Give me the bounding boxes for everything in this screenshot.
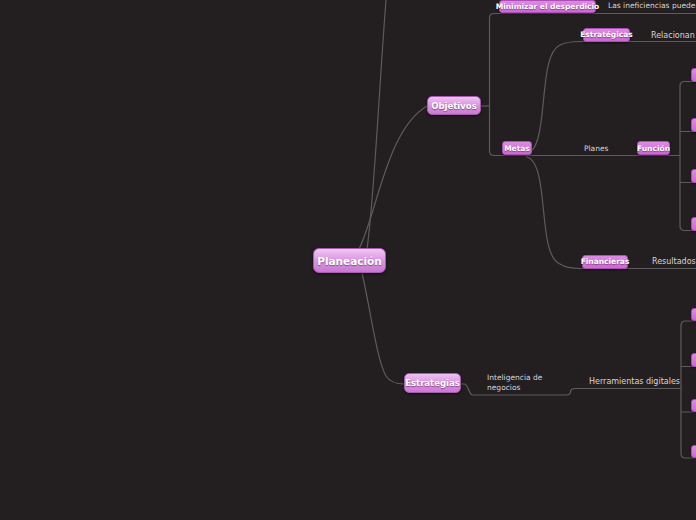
label-resultados[interactable]: Resultados e bbox=[652, 257, 696, 266]
label-las-ineficiencias[interactable]: Las ineficiencias pueden bbox=[608, 1, 696, 10]
mindmap-canvas[interactable]: Planeación Objetivos Estrategias Minimiz… bbox=[0, 0, 696, 520]
node-clipped[interactable] bbox=[691, 118, 696, 132]
node-planeacion[interactable]: Planeación bbox=[313, 248, 386, 273]
node-funcion[interactable]: Función bbox=[637, 141, 670, 155]
node-clipped[interactable] bbox=[691, 217, 696, 231]
node-financieras[interactable]: Financieras bbox=[582, 255, 628, 269]
node-metas[interactable]: Metas bbox=[502, 141, 532, 155]
wire-herramientas-bracket bbox=[681, 321, 696, 458]
label-planes[interactable]: Planes bbox=[584, 144, 608, 153]
label-herramientas-digitales[interactable]: Herramientas digitales bbox=[589, 377, 680, 386]
node-clipped[interactable] bbox=[691, 445, 696, 459]
node-minimizar-el-desperdicio[interactable]: Minimizar el desperdicio bbox=[499, 0, 596, 13]
wire-metas-estrategicas bbox=[526, 42, 696, 155]
wire-metas-financieras bbox=[526, 157, 696, 269]
node-clipped[interactable] bbox=[691, 308, 696, 322]
wire-funcion-bracket bbox=[680, 82, 696, 231]
node-clipped[interactable] bbox=[691, 399, 696, 413]
node-estrategicas[interactable]: Estratégicas bbox=[583, 28, 630, 42]
wire-root-estrategias bbox=[362, 273, 404, 384]
label-inteligencia-de-negocios[interactable]: Inteligencia de negocios bbox=[487, 373, 551, 392]
node-estrategias[interactable]: Estrategias bbox=[404, 373, 461, 393]
node-clipped[interactable] bbox=[691, 68, 696, 82]
node-objetivos[interactable]: Objetivos bbox=[427, 96, 481, 115]
wire-root-top bbox=[367, 0, 386, 249]
wire-root-objetivos bbox=[359, 106, 427, 249]
node-clipped[interactable] bbox=[691, 169, 696, 183]
node-clipped[interactable] bbox=[691, 353, 696, 367]
label-relacionan[interactable]: Relacionan bbox=[651, 31, 695, 40]
